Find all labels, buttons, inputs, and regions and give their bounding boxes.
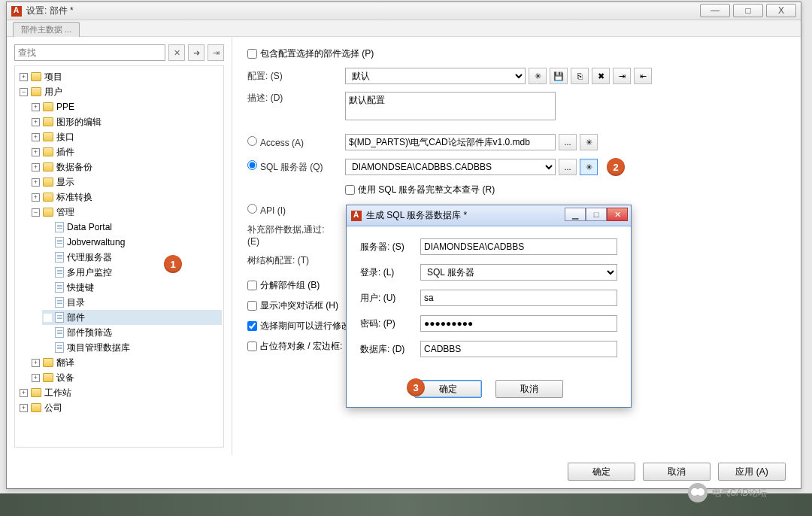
- close-button[interactable]: X: [766, 4, 796, 17]
- input-access-path[interactable]: [345, 134, 556, 150]
- modal-body: 服务器: (S) 登录: (L)SQL 服务器 用户: (U) 密码: (P) …: [347, 226, 631, 377]
- tree-parts[interactable]: 部件: [42, 310, 222, 325]
- row-config: 配置: (S) 默认 ✳ 💾 ⎘ ✖ ⇥ ⇤: [247, 68, 786, 84]
- watermark: 电气CAD论坛: [688, 483, 767, 502]
- chk-editselect[interactable]: [247, 321, 257, 331]
- select-sql-server[interactable]: DIAMONDSEA\CADBBS.CADBBS: [345, 159, 556, 175]
- select-login[interactable]: SQL 服务器: [420, 264, 617, 281]
- folder-icon: [43, 358, 53, 367]
- folder-icon: [43, 193, 53, 202]
- input-server[interactable]: [420, 238, 617, 255]
- tree-jobverwaltung[interactable]: Jobverwaltung: [42, 235, 222, 250]
- btn-access-browse[interactable]: ...: [559, 134, 577, 150]
- radio-access-wrap: Access (A): [247, 136, 345, 148]
- tree-admin[interactable]: −管理: [30, 205, 222, 220]
- lbl-config: 配置: (S): [247, 70, 345, 83]
- tree-display[interactable]: +显示: [30, 175, 222, 190]
- tree-device[interactable]: +设备: [30, 370, 222, 385]
- cfg-btn-import[interactable]: ⇥: [613, 68, 631, 84]
- dialog-footer: 确定 取消 应用 (A): [568, 463, 786, 481]
- btn-access-new[interactable]: ✳: [580, 134, 598, 150]
- search-go-button[interactable]: ➜: [188, 44, 205, 61]
- input-pwd[interactable]: [420, 315, 617, 332]
- tree-dataportal[interactable]: Data Portal: [42, 220, 222, 235]
- lbl-desc: 描述: (D): [247, 92, 345, 105]
- nav-tree[interactable]: +项目 −用户 +PPE +图形的编辑 +接口 +插件 +数据备份 +显示 +标…: [14, 65, 224, 448]
- cfg-btn-delete[interactable]: ✖: [592, 68, 610, 84]
- chk-decompose[interactable]: [247, 281, 257, 290]
- modal-cancel-button[interactable]: 取消: [495, 380, 563, 398]
- lbl-server: 服务器: (S): [360, 241, 420, 253]
- minimize-button[interactable]: —: [700, 4, 730, 17]
- folder-icon: [43, 178, 53, 187]
- tree-backup[interactable]: +数据备份: [30, 159, 222, 175]
- input-user[interactable]: [420, 290, 617, 306]
- tree-proxy[interactable]: 代理服务器: [42, 250, 222, 265]
- page-icon: [55, 222, 64, 232]
- modal-max-button[interactable]: □: [586, 208, 607, 221]
- page-icon: [55, 312, 64, 323]
- btn-cancel[interactable]: 取消: [643, 463, 710, 481]
- page-icon: [55, 252, 64, 263]
- watermark-text: 电气CAD论坛: [712, 487, 767, 499]
- input-db[interactable]: [420, 341, 617, 357]
- textarea-desc[interactable]: 默认配置: [345, 92, 556, 120]
- search-input[interactable]: [14, 44, 165, 61]
- tree-prefilter[interactable]: 部件预筛选: [42, 325, 222, 340]
- folder-icon: [43, 102, 53, 111]
- tree-stdconv[interactable]: +标准转换: [30, 190, 222, 205]
- radio-api-wrap: API (I): [247, 204, 345, 216]
- cfg-btn-copy[interactable]: ⎘: [571, 68, 589, 84]
- folder-icon: [31, 87, 41, 96]
- modal-min-button[interactable]: ▁: [565, 208, 586, 221]
- page-icon: [55, 282, 64, 293]
- tree-catalog[interactable]: 目录: [42, 295, 222, 310]
- page-icon: [55, 342, 64, 353]
- row-include-config: 包含配置选择的部件选择 (P): [247, 47, 786, 60]
- chk-placeholder[interactable]: [247, 341, 257, 351]
- btn-sql-new[interactable]: ✳: [580, 159, 598, 175]
- tree-translate[interactable]: +翻译: [30, 355, 222, 370]
- row-desc: 描述: (D) 默认配置: [247, 92, 786, 120]
- cfg-btn-save[interactable]: 💾: [550, 68, 568, 84]
- btn-ok[interactable]: 确定: [568, 463, 635, 481]
- chk-fulltext[interactable]: [345, 185, 355, 195]
- chk-conflict[interactable]: [247, 301, 257, 311]
- search-row: ✕ ➜ ⇥: [14, 44, 224, 61]
- lbl-user: 用户: (U): [360, 292, 420, 305]
- modal-title: 生成 SQL 服务器数据库 *: [366, 209, 467, 222]
- maximize-button[interactable]: □: [733, 4, 763, 17]
- folder-icon: [31, 388, 41, 397]
- tree-ppe[interactable]: +PPE: [30, 99, 222, 114]
- folder-icon: [43, 373, 53, 382]
- tree-graphics[interactable]: +图形的编辑: [30, 114, 222, 129]
- btn-sql-browse[interactable]: ...: [559, 159, 577, 175]
- modal-close-button[interactable]: ✕: [607, 208, 628, 221]
- search-transfer-button[interactable]: ⇥: [208, 44, 224, 61]
- tree-plugins[interactable]: +插件: [30, 144, 222, 159]
- cfg-btn-new[interactable]: ✳: [529, 68, 547, 84]
- tree-company[interactable]: +公司: [18, 400, 222, 415]
- tree-interface[interactable]: +接口: [30, 129, 222, 144]
- cfg-btn-export[interactable]: ⇤: [634, 68, 652, 84]
- page-icon: [55, 297, 64, 308]
- select-config[interactable]: 默认: [345, 68, 526, 84]
- lbl-treecfg: 树结构配置: (T): [247, 254, 330, 267]
- btn-apply[interactable]: 应用 (A): [718, 463, 786, 481]
- tree-project[interactable]: +项目: [18, 69, 222, 84]
- tree-user[interactable]: −用户: [18, 84, 222, 99]
- folder-icon: [43, 132, 53, 141]
- tree-shortcuts[interactable]: 快捷键: [42, 280, 222, 295]
- folder-icon: [31, 403, 41, 412]
- tree-projmgmtdb[interactable]: 项目管理数据库: [42, 340, 222, 355]
- search-clear-button[interactable]: ✕: [168, 44, 185, 61]
- radio-access[interactable]: [247, 136, 257, 146]
- radio-sql[interactable]: [247, 160, 257, 170]
- chk-include-config[interactable]: [247, 49, 257, 59]
- page-icon: [55, 327, 64, 338]
- tab-strip: 部件主数据 ...: [7, 20, 801, 37]
- radio-api[interactable]: [247, 204, 257, 214]
- tree-multiuser[interactable]: 多用户监控: [42, 265, 222, 280]
- tree-workstation[interactable]: +工作站: [18, 385, 222, 400]
- blurred-tab[interactable]: 部件主数据 ...: [13, 22, 80, 37]
